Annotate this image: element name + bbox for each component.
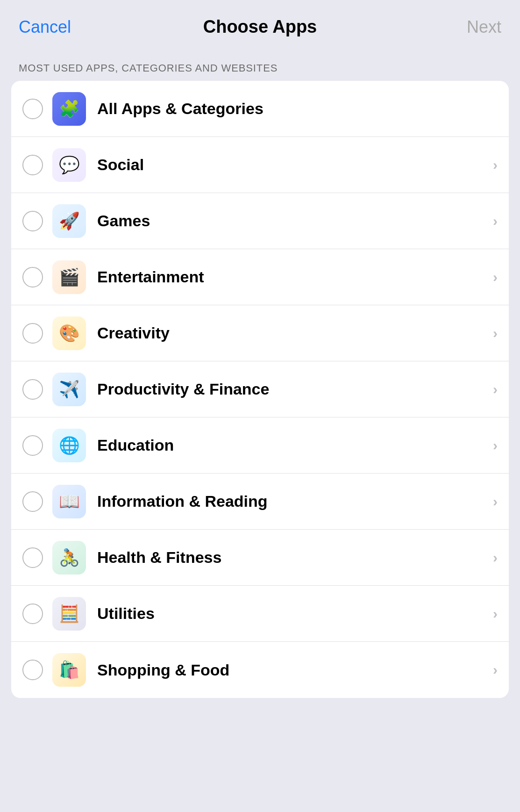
list-item-creativity[interactable]: 🎨Creativity› [11, 305, 509, 361]
list-item-all-apps[interactable]: 🧩All Apps & Categories [11, 81, 509, 137]
chevron-icon: › [493, 662, 498, 678]
education-label: Education [97, 436, 488, 454]
chevron-icon: › [493, 269, 498, 285]
chevron-icon: › [493, 438, 498, 453]
radio-circle[interactable] [22, 604, 43, 624]
creativity-label: Creativity [97, 324, 488, 342]
list-item-shopping[interactable]: 🛍️Shopping & Food› [11, 642, 509, 698]
radio-circle[interactable] [22, 435, 43, 456]
apps-list: 🧩All Apps & Categories💬Social›🚀Games›🎬En… [11, 81, 509, 698]
radio-circle[interactable] [22, 267, 43, 287]
chevron-icon: › [493, 325, 498, 341]
list-item-social[interactable]: 💬Social› [11, 137, 509, 193]
all-apps-icon: 🧩 [52, 92, 86, 126]
games-label: Games [97, 212, 488, 230]
list-item-utilities[interactable]: 🧮Utilities› [11, 586, 509, 642]
info-reading-icon: 📖 [52, 485, 86, 518]
list-item-education[interactable]: 🌐Education› [11, 417, 509, 474]
games-icon: 🚀 [52, 204, 86, 238]
page-title: Choose Apps [203, 17, 317, 37]
radio-circle[interactable] [22, 547, 43, 568]
cancel-button[interactable]: Cancel [19, 17, 75, 37]
next-button[interactable]: Next [445, 17, 501, 37]
header: Cancel Choose Apps Next [0, 0, 520, 51]
radio-circle[interactable] [22, 323, 43, 344]
productivity-label: Productivity & Finance [97, 380, 488, 398]
radio-circle[interactable] [22, 211, 43, 231]
education-icon: 🌐 [52, 429, 86, 462]
chevron-icon: › [493, 381, 498, 397]
list-item-health[interactable]: 🚴Health & Fitness› [11, 530, 509, 586]
creativity-icon: 🎨 [52, 316, 86, 350]
all-apps-label: All Apps & Categories [97, 100, 498, 118]
social-label: Social [97, 156, 488, 174]
shopping-icon: 🛍️ [52, 653, 86, 687]
entertainment-label: Entertainment [97, 268, 488, 286]
radio-circle[interactable] [22, 379, 43, 400]
list-item-entertainment[interactable]: 🎬Entertainment› [11, 249, 509, 305]
productivity-icon: ✈️ [52, 373, 86, 406]
chevron-icon: › [493, 550, 498, 566]
radio-circle[interactable] [22, 99, 43, 119]
chevron-icon: › [493, 157, 498, 173]
chevron-icon: › [493, 606, 498, 622]
social-icon: 💬 [52, 148, 86, 182]
health-icon: 🚴 [52, 541, 86, 575]
chevron-icon: › [493, 494, 498, 510]
utilities-label: Utilities [97, 604, 488, 623]
health-label: Health & Fitness [97, 548, 488, 567]
radio-circle[interactable] [22, 660, 43, 680]
info-reading-label: Information & Reading [97, 492, 488, 510]
chevron-icon: › [493, 213, 498, 229]
utilities-icon: 🧮 [52, 597, 86, 631]
shopping-label: Shopping & Food [97, 661, 488, 679]
entertainment-icon: 🎬 [52, 260, 86, 294]
radio-circle[interactable] [22, 491, 43, 512]
radio-circle[interactable] [22, 155, 43, 175]
section-label: MOST USED APPS, CATEGORIES AND WEBSITES [0, 51, 520, 81]
list-item-games[interactable]: 🚀Games› [11, 193, 509, 249]
list-item-productivity[interactable]: ✈️Productivity & Finance› [11, 361, 509, 417]
list-item-info-reading[interactable]: 📖Information & Reading› [11, 474, 509, 530]
